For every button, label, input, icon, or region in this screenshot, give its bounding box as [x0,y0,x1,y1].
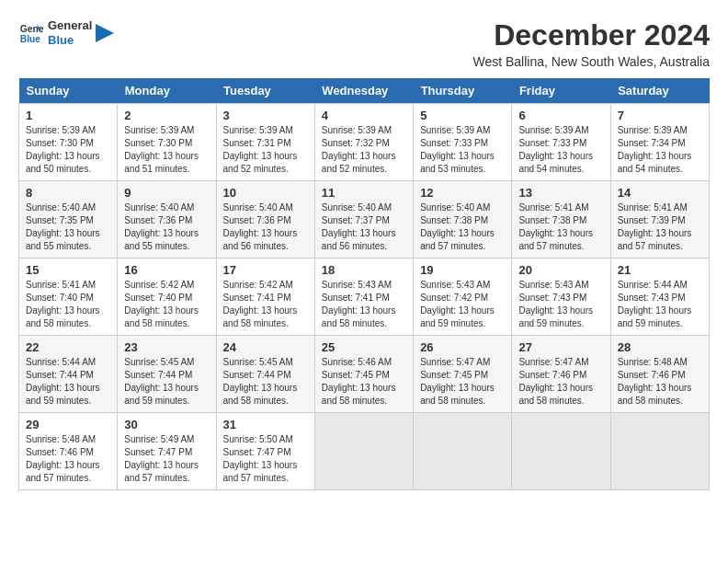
day-info: Sunrise: 5:39 AM Sunset: 7:32 PM Dayligh… [322,124,406,176]
logo-blue: Blue [48,33,92,48]
day-number: 9 [124,186,209,200]
day-info: Sunrise: 5:44 AM Sunset: 7:43 PM Dayligh… [618,279,702,330]
calendar-cell: 26 Sunrise: 5:47 AM Sunset: 7:45 PM Dayl… [414,336,512,413]
day-info: Sunrise: 5:43 AM Sunset: 7:41 PM Dayligh… [322,279,406,330]
day-info: Sunrise: 5:40 AM Sunset: 7:36 PM Dayligh… [223,201,308,253]
day-info: Sunrise: 5:41 AM Sunset: 7:38 PM Dayligh… [518,201,603,253]
calendar-cell [512,413,610,490]
day-info: Sunrise: 5:44 AM Sunset: 7:44 PM Dayligh… [26,356,110,408]
calendar-cell: 28 Sunrise: 5:48 AM Sunset: 7:46 PM Dayl… [610,336,709,413]
calendar-cell: 11 Sunrise: 5:40 AM Sunset: 7:37 PM Dayl… [314,181,413,259]
calendar-week-row: 22 Sunrise: 5:44 AM Sunset: 7:44 PM Dayl… [19,336,710,413]
day-info: Sunrise: 5:43 AM Sunset: 7:42 PM Dayligh… [420,279,505,330]
calendar-cell: 31 Sunrise: 5:50 AM Sunset: 7:47 PM Dayl… [216,413,314,490]
day-number: 27 [518,340,603,354]
day-info: Sunrise: 5:41 AM Sunset: 7:39 PM Dayligh… [618,201,702,253]
day-number: 26 [420,340,505,354]
weekday-header-row: SundayMondayTuesdayWednesdayThursdayFrid… [19,78,710,104]
calendar-week-row: 15 Sunrise: 5:41 AM Sunset: 7:40 PM Dayl… [19,259,710,336]
day-number: 24 [223,340,308,354]
day-number: 2 [124,109,209,122]
day-number: 23 [124,340,209,354]
calendar-cell [314,413,413,490]
calendar-cell: 18 Sunrise: 5:43 AM Sunset: 7:41 PM Dayl… [314,259,413,336]
calendar-cell: 20 Sunrise: 5:43 AM Sunset: 7:43 PM Dayl… [512,259,610,336]
calendar-cell [414,413,512,490]
calendar-cell: 4 Sunrise: 5:39 AM Sunset: 7:32 PM Dayli… [314,104,413,181]
day-number: 3 [223,109,308,122]
calendar-cell: 1 Sunrise: 5:39 AM Sunset: 7:30 PM Dayli… [19,104,118,181]
weekday-header-sunday: Sunday [19,78,118,104]
calendar-table: SundayMondayTuesdayWednesdayThursdayFrid… [18,78,710,490]
svg-text:General: General [20,24,44,34]
day-info: Sunrise: 5:48 AM Sunset: 7:46 PM Dayligh… [618,356,702,408]
calendar-cell: 2 Sunrise: 5:39 AM Sunset: 7:30 PM Dayli… [118,104,216,181]
day-info: Sunrise: 5:39 AM Sunset: 7:30 PM Dayligh… [124,124,209,176]
day-number: 11 [322,186,406,200]
day-number: 13 [518,186,603,200]
calendar-cell: 16 Sunrise: 5:42 AM Sunset: 7:40 PM Dayl… [118,259,216,336]
calendar-cell: 19 Sunrise: 5:43 AM Sunset: 7:42 PM Dayl… [414,259,512,336]
day-info: Sunrise: 5:42 AM Sunset: 7:40 PM Dayligh… [124,279,209,330]
page-title: December 2024 [472,18,710,52]
day-info: Sunrise: 5:39 AM Sunset: 7:34 PM Dayligh… [618,124,702,176]
calendar-cell [610,413,709,490]
weekday-header-friday: Friday [512,78,610,104]
day-number: 31 [223,418,308,431]
calendar-cell: 25 Sunrise: 5:46 AM Sunset: 7:45 PM Dayl… [314,336,413,413]
day-info: Sunrise: 5:45 AM Sunset: 7:44 PM Dayligh… [124,356,209,408]
weekday-header-thursday: Thursday [414,78,512,104]
calendar-cell: 8 Sunrise: 5:40 AM Sunset: 7:35 PM Dayli… [19,181,118,259]
day-number: 25 [322,340,406,354]
calendar-cell: 13 Sunrise: 5:41 AM Sunset: 7:38 PM Dayl… [512,181,610,259]
calendar-cell: 27 Sunrise: 5:47 AM Sunset: 7:46 PM Dayl… [512,336,610,413]
day-info: Sunrise: 5:40 AM Sunset: 7:37 PM Dayligh… [322,201,406,253]
calendar-cell: 29 Sunrise: 5:48 AM Sunset: 7:46 PM Dayl… [19,413,118,490]
weekday-header-tuesday: Tuesday [216,78,314,104]
calendar-cell: 24 Sunrise: 5:45 AM Sunset: 7:44 PM Dayl… [216,336,314,413]
day-info: Sunrise: 5:48 AM Sunset: 7:46 PM Dayligh… [26,433,110,485]
day-info: Sunrise: 5:42 AM Sunset: 7:41 PM Dayligh… [223,279,308,330]
calendar-cell: 6 Sunrise: 5:39 AM Sunset: 7:33 PM Dayli… [512,104,610,181]
day-info: Sunrise: 5:49 AM Sunset: 7:47 PM Dayligh… [124,433,209,485]
calendar-cell: 3 Sunrise: 5:39 AM Sunset: 7:31 PM Dayli… [216,104,314,181]
calendar-cell: 22 Sunrise: 5:44 AM Sunset: 7:44 PM Dayl… [19,336,118,413]
day-number: 19 [420,263,505,277]
title-section: December 2024 West Ballina, New South Wa… [472,18,710,69]
page-subtitle: West Ballina, New South Wales, Australia [472,54,710,69]
day-number: 15 [26,263,110,277]
calendar-cell: 23 Sunrise: 5:45 AM Sunset: 7:44 PM Dayl… [118,336,216,413]
logo: General Blue General Blue [18,18,114,47]
day-number: 6 [518,109,603,122]
day-number: 22 [26,340,110,354]
calendar-week-row: 1 Sunrise: 5:39 AM Sunset: 7:30 PM Dayli… [19,104,710,181]
calendar-cell: 5 Sunrise: 5:39 AM Sunset: 7:33 PM Dayli… [414,104,512,181]
calendar-cell: 9 Sunrise: 5:40 AM Sunset: 7:36 PM Dayli… [118,181,216,259]
day-info: Sunrise: 5:46 AM Sunset: 7:45 PM Dayligh… [322,356,406,408]
day-number: 10 [223,186,308,200]
day-number: 8 [26,186,110,200]
day-info: Sunrise: 5:45 AM Sunset: 7:44 PM Dayligh… [223,356,308,408]
day-info: Sunrise: 5:43 AM Sunset: 7:43 PM Dayligh… [518,279,603,330]
calendar-cell: 21 Sunrise: 5:44 AM Sunset: 7:43 PM Dayl… [610,259,709,336]
calendar-cell: 14 Sunrise: 5:41 AM Sunset: 7:39 PM Dayl… [610,181,709,259]
day-info: Sunrise: 5:39 AM Sunset: 7:31 PM Dayligh… [223,124,308,176]
logo-general: General [48,18,92,33]
day-number: 18 [322,263,406,277]
day-number: 21 [618,263,702,277]
logo-triangle-icon [96,24,114,42]
day-info: Sunrise: 5:47 AM Sunset: 7:45 PM Dayligh… [420,356,505,408]
day-number: 17 [223,263,308,277]
calendar-cell: 17 Sunrise: 5:42 AM Sunset: 7:41 PM Dayl… [216,259,314,336]
svg-text:Blue: Blue [20,34,41,44]
day-info: Sunrise: 5:47 AM Sunset: 7:46 PM Dayligh… [518,356,603,408]
day-info: Sunrise: 5:40 AM Sunset: 7:36 PM Dayligh… [124,201,209,253]
day-number: 29 [26,418,110,431]
header: General Blue General Blue December 2024 … [18,18,710,69]
day-info: Sunrise: 5:41 AM Sunset: 7:40 PM Dayligh… [26,279,110,330]
day-number: 12 [420,186,505,200]
day-number: 14 [618,186,702,200]
day-number: 20 [518,263,603,277]
day-number: 16 [124,263,209,277]
day-info: Sunrise: 5:50 AM Sunset: 7:47 PM Dayligh… [223,433,308,485]
